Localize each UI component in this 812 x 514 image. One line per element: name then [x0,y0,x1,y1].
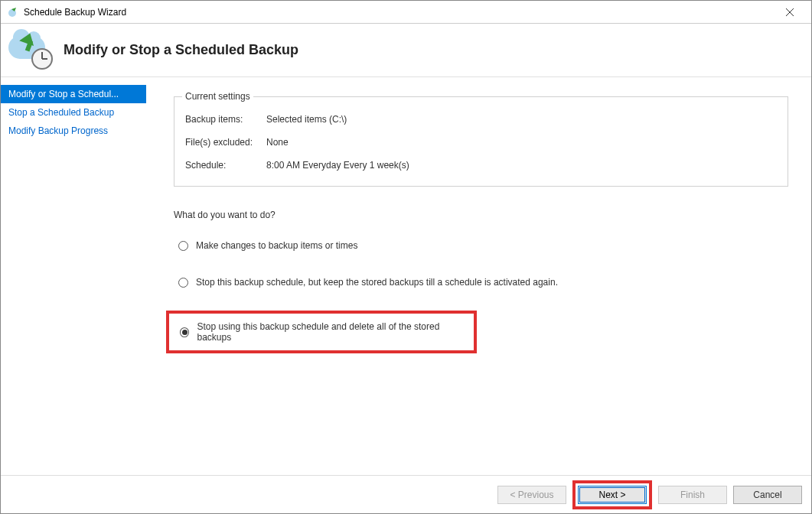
radio-group-action: Make changes to backup items or times St… [174,237,788,353]
radio-icon [178,278,188,288]
setting-value: 8:00 AM Everyday Every 1 week(s) [266,160,409,171]
titlebar: Schedule Backup Wizard [1,1,811,24]
close-button[interactable] [774,2,805,23]
setting-value: Selected items (C:\) [266,114,347,125]
page-title: Modify or Stop a Scheduled Backup [64,42,298,58]
setting-value: None [266,137,289,148]
previous-button: < Previous [497,486,566,504]
radio-label: Stop this backup schedule, but keep the … [196,277,558,288]
current-settings-group: Current settings Backup items: Selected … [174,91,788,187]
radio-label: Stop using this backup schedule and dele… [197,321,463,343]
radio-icon [178,241,188,251]
wizard-steps-sidebar: Modify or Stop a Schedul... Stop a Sched… [1,77,146,475]
settings-legend: Current settings [182,91,253,102]
sidebar-item-modify-progress[interactable]: Modify Backup Progress [1,122,146,140]
header-banner: Modify or Stop a Scheduled Backup [1,24,811,77]
setting-label: File(s) excluded: [185,137,266,148]
radio-option-stop-delete[interactable]: Stop using this backup schedule and dele… [166,311,477,353]
next-button[interactable]: Next > [578,486,647,504]
setting-row-files-excluded: File(s) excluded: None [185,137,777,148]
radio-option-stop-keep[interactable]: Stop this backup schedule, but keep the … [174,274,788,291]
sidebar-item-modify-stop[interactable]: Modify or Stop a Schedul... [1,85,146,103]
cancel-button[interactable]: Cancel [733,486,802,504]
setting-label: Schedule: [185,160,266,171]
sidebar-item-stop-scheduled[interactable]: Stop a Scheduled Backup [1,103,146,122]
footer-buttons: < Previous Next > Finish Cancel [1,475,811,513]
backup-wizard-icon [7,31,53,70]
main-panel: Current settings Backup items: Selected … [146,77,811,475]
next-button-highlight: Next > [572,480,652,509]
setting-row-schedule: Schedule: 8:00 AM Everyday Every 1 week(… [185,160,777,171]
body: Modify or Stop a Schedul... Stop a Sched… [1,77,811,475]
finish-button: Finish [658,486,727,504]
question-text: What do you want to do? [174,210,788,220]
setting-row-backup-items: Backup items: Selected items (C:\) [185,114,777,125]
window-title: Schedule Backup Wizard [24,7,774,18]
radio-option-make-changes[interactable]: Make changes to backup items or times [174,237,788,254]
radio-label: Make changes to backup items or times [196,240,357,251]
app-icon [7,6,19,18]
radio-icon [180,327,189,337]
setting-label: Backup items: [185,114,266,125]
